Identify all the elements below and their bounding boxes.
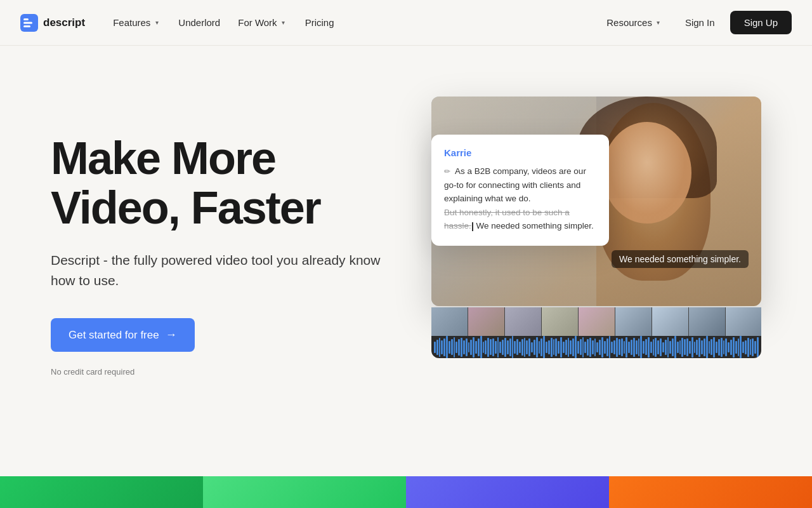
waveform-bar — [701, 340, 703, 354]
logo[interactable]: descript — [20, 14, 85, 32]
transcript-text-before: As a B2B company, videos are our go-to f… — [444, 166, 586, 203]
waveform-bar — [662, 342, 664, 352]
transcript-card: Karrie ✏ As a B2B company, videos are ou… — [431, 135, 609, 246]
waveform-bar — [592, 340, 594, 354]
waveform-bar — [681, 338, 683, 357]
waveform-bar — [543, 336, 545, 358]
nav-for-work[interactable]: For Work ▾ — [230, 12, 294, 33]
waveform-bar — [473, 337, 475, 358]
waveform-bar — [526, 340, 528, 354]
waveform-bar — [539, 341, 540, 354]
waveform-bar — [436, 340, 438, 355]
waveform-bar — [455, 342, 457, 353]
waveform-bar — [621, 338, 623, 356]
sign-up-button[interactable]: Sign Up — [730, 11, 792, 34]
timeline-thumbnails — [431, 307, 761, 336]
waveform-bar — [667, 337, 669, 358]
waveform-bar — [439, 338, 441, 357]
waveform-bar — [723, 340, 725, 354]
nav-underlord[interactable]: Underlord — [171, 12, 228, 33]
waveform-bar — [596, 342, 598, 352]
waveform-bar — [679, 340, 681, 354]
waveform-bar — [650, 342, 652, 353]
nav-resources[interactable]: Resources ▾ — [599, 12, 670, 33]
cta-button[interactable]: Get started for free → — [51, 318, 195, 352]
waveform-bar — [713, 337, 715, 358]
waveform-bar — [625, 337, 627, 358]
waveform-bar — [716, 342, 717, 353]
waveform-bar — [750, 339, 752, 355]
waveform-bar — [747, 338, 749, 357]
waveform-bar — [536, 337, 538, 358]
nav-pricing[interactable]: Pricing — [298, 12, 342, 33]
features-chevron-icon: ▾ — [153, 19, 160, 27]
hero-section: Make More Video, Faster Descript - the f… — [0, 46, 812, 452]
waveform-bar — [674, 336, 676, 358]
primary-nav: Features ▾ Underlord For Work ▾ Pricing — [105, 12, 341, 33]
nav-features[interactable]: Features ▾ — [105, 12, 168, 33]
waveform-bar — [480, 336, 482, 358]
waveform-bar — [660, 338, 662, 356]
waveform-bar — [582, 337, 584, 358]
brand-name: descript — [43, 17, 85, 29]
hero-title: Make More Video, Faster — [51, 134, 393, 233]
waveform-bar — [594, 338, 596, 356]
waveform-bar — [611, 342, 613, 353]
waveform-bar — [531, 342, 533, 352]
waveform-bar — [691, 337, 693, 358]
waveform-bar — [570, 340, 572, 354]
waveform-bar — [516, 339, 518, 355]
waveform-bar — [677, 342, 679, 353]
waveform-bar — [643, 341, 645, 354]
waveform-bar — [528, 338, 530, 356]
no-credit-card-label: No credit card required — [51, 367, 393, 377]
waveform-bar — [694, 342, 696, 353]
waveform-bar — [606, 338, 608, 356]
transcript-speaker: Karrie — [444, 147, 596, 158]
waveform-bar — [483, 342, 485, 353]
waveform-bar — [721, 338, 723, 357]
timeline-thumb-6 — [615, 307, 652, 336]
timeline-thumb-1 — [431, 307, 468, 336]
waveform-bar — [524, 338, 526, 357]
waveform-bar — [468, 342, 470, 352]
timeline-thumb-2 — [468, 307, 505, 336]
waveform-bar — [478, 338, 480, 356]
waveform-bar — [577, 341, 579, 354]
waveform-bar — [730, 340, 732, 355]
for-work-chevron-icon: ▾ — [280, 19, 287, 27]
waveform-bar — [733, 337, 735, 358]
svg-rect-3 — [23, 25, 30, 27]
waveform-bar — [638, 338, 640, 356]
waveform-bar — [575, 336, 577, 358]
waveform-bar — [636, 340, 638, 354]
waveform-bar — [495, 341, 497, 354]
arrow-icon: → — [166, 328, 177, 342]
waveform-bar — [672, 338, 674, 356]
waveform-bar — [669, 341, 671, 354]
waveform-bar — [565, 340, 567, 355]
waveform-bar — [514, 341, 516, 354]
waveform-bar — [624, 341, 625, 354]
footer-col-2 — [203, 476, 406, 508]
waveform-bar — [710, 339, 712, 355]
waveform-bar — [754, 341, 756, 354]
waveform-bar — [725, 338, 727, 356]
sign-in-button[interactable]: Sign In — [675, 12, 725, 33]
waveform-bar — [645, 339, 647, 355]
waveform-bar — [599, 340, 601, 355]
hero-subtitle: Descript - the fully powered video tool … — [51, 250, 393, 290]
cta-label: Get started for free — [69, 329, 159, 342]
waveform-bar — [689, 341, 691, 354]
waveform-bar — [449, 341, 450, 354]
waveform-bar — [490, 339, 492, 355]
waveform-bar — [551, 338, 553, 357]
waveform-bar — [684, 339, 686, 355]
timeline-thumb-5 — [579, 307, 615, 336]
timeline-thumb-7 — [652, 307, 689, 336]
waveform-bar — [502, 340, 504, 355]
waveform-bar — [470, 340, 472, 355]
waveform-bar — [665, 340, 667, 355]
waveform-bar — [738, 338, 740, 356]
video-caption: We needed something simpler. — [612, 250, 749, 268]
